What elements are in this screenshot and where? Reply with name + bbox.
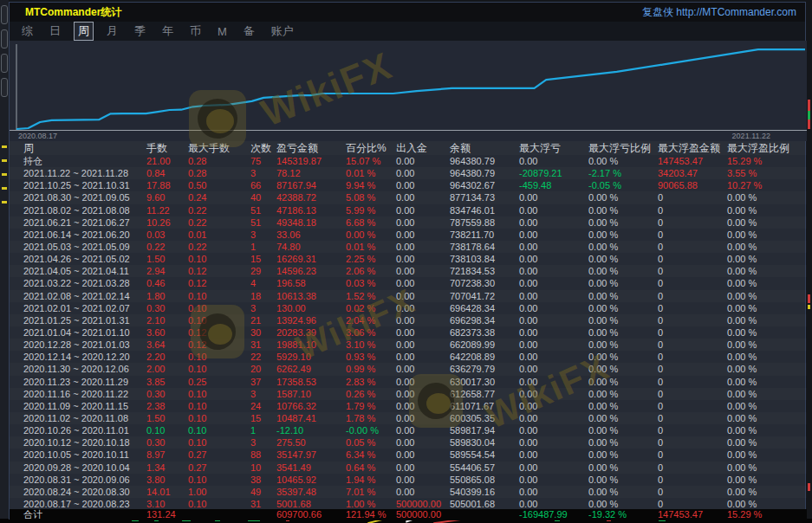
- cell: 1: [250, 424, 276, 436]
- cell: 0.00 %: [588, 474, 658, 486]
- menu-item-M[interactable]: M: [214, 24, 231, 39]
- cell: 0.10: [188, 253, 250, 265]
- table-total-row[interactable]: 合计131.24609700.66121.94 %500000.00-16948…: [10, 509, 807, 520]
- table-row[interactable]: 2020.11.09 ~ 2020.11.152.380.102410766.3…: [10, 400, 807, 412]
- menu-item-年[interactable]: 年: [159, 23, 177, 40]
- table-row[interactable]: 2021.08.02 ~ 2021.08.0811.220.225147186.…: [10, 204, 807, 216]
- cell: 0.00: [519, 400, 588, 412]
- cell: 40: [250, 191, 276, 203]
- table-row[interactable]: 2020.10.05 ~ 2020.10.118.970.278835147.9…: [10, 449, 807, 461]
- brand-link[interactable]: 复盘侠 http://MTCommander.com: [642, 5, 796, 20]
- cell: 0.00: [396, 277, 450, 289]
- table-row[interactable]: 2020.12.14 ~ 2020.12.202.200.10225929.10…: [10, 351, 807, 363]
- cell: 2020.11.23 ~ 2020.11.29: [23, 376, 146, 388]
- table-row[interactable]: 2021.03.22 ~ 2021.03.280.460.124196.580.…: [10, 277, 807, 289]
- cell: 0.00 %: [588, 363, 658, 375]
- cell: 0.00 %: [727, 204, 795, 216]
- table-row[interactable]: 2020.12.28 ~ 2021.01.033.640.123119881.1…: [10, 339, 807, 351]
- cell: 738211.70: [450, 229, 519, 241]
- cell: 3.64: [146, 339, 188, 351]
- table-row[interactable]: 2020.08.31 ~ 2020.09.063.800.103810465.9…: [10, 474, 807, 486]
- cell: 0.00: [396, 290, 450, 302]
- table-row[interactable]: 2021.11.22 ~ 2021.11.280.840.28378.120.0…: [10, 167, 807, 179]
- table-row[interactable]: 2020.11.02 ~ 2020.11.081.500.101510487.4…: [10, 412, 807, 424]
- cell: 0.00 %: [727, 326, 795, 339]
- table-row[interactable]: 2021.05.03 ~ 2021.05.090.220.22174.800.0…: [10, 241, 807, 253]
- table-row[interactable]: 2021.08.30 ~ 2021.09.059.600.244042388.7…: [10, 191, 807, 203]
- cell: 0.22: [188, 216, 250, 229]
- cell: 0.00 %: [727, 339, 795, 351]
- cell: 0.00 %: [727, 498, 795, 510]
- cell: 7.01 %: [346, 486, 396, 498]
- cell: 19881.10: [276, 339, 346, 351]
- menu-item-备[interactable]: 备: [240, 23, 258, 40]
- cell: 0.03 %: [346, 277, 396, 289]
- cell: 0.00 %: [588, 339, 658, 351]
- table-row[interactable]: 2020.11.23 ~ 2020.11.293.850.253717358.5…: [10, 376, 807, 388]
- cell: 2.94: [146, 265, 188, 277]
- cell: 2.00: [146, 363, 188, 375]
- menu-item-日[interactable]: 日: [46, 23, 64, 40]
- cell: 0.00 %: [588, 229, 658, 241]
- cell: 0.00: [396, 241, 450, 253]
- cell: 0.64 %: [346, 462, 396, 474]
- cell: 10766.32: [276, 400, 346, 412]
- table-row[interactable]: 2021.02.08 ~ 2021.02.141.800.101810613.3…: [10, 290, 807, 302]
- table-row[interactable]: 2020.10.12 ~ 2020.10.180.300.103275.500.…: [10, 436, 807, 449]
- menu-item-季[interactable]: 季: [131, 23, 149, 40]
- cell: 0: [658, 302, 727, 314]
- table-row[interactable]: 2021.04.26 ~ 2021.05.021.500.101516269.3…: [10, 253, 807, 265]
- chart-end-date: 2021.11.22: [732, 132, 770, 140]
- cell: 37: [250, 376, 276, 388]
- title-bar: MTCommander统计 复盘侠 http://MTCommander.com: [10, 3, 805, 22]
- cell: 0.00 %: [727, 253, 795, 265]
- table-row[interactable]: 2020.10.26 ~ 2020.11.010.100.101-12.10-0…: [10, 424, 807, 436]
- cell: 3: [250, 167, 276, 179]
- table-row[interactable]: 2021.06.14 ~ 2021.06.200.030.01333.060.0…: [10, 229, 807, 241]
- cell: 0.00 %: [588, 204, 658, 216]
- menu-item-币[interactable]: 币: [186, 23, 205, 40]
- cell: 0.01: [188, 229, 250, 241]
- cell: 16269.31: [276, 253, 346, 265]
- table-row[interactable]: 2021.04.05 ~ 2021.04.112.940.122914596.2…: [10, 265, 807, 277]
- cell: 275.50: [276, 436, 346, 449]
- menu-item-周[interactable]: 周: [74, 22, 94, 41]
- cell: 2021.11.22 ~ 2021.11.28: [23, 167, 146, 179]
- cell: 630017.30: [450, 376, 519, 388]
- menu-item-月[interactable]: 月: [103, 23, 121, 40]
- table-row[interactable]: 2020.11.30 ~ 2020.12.062.000.10206262.49…: [10, 363, 807, 375]
- cell: 0.27: [188, 462, 250, 474]
- table-row[interactable]: 2021.06.21 ~ 2021.06.2710.260.225149348.…: [10, 216, 807, 229]
- cell: 5.08 %: [346, 191, 396, 203]
- cell: 周: [23, 141, 146, 155]
- table-row[interactable]: 2020.08.24 ~ 2020.08.3014.011.004935397.…: [10, 486, 807, 498]
- cell: 87167.94: [276, 179, 346, 191]
- table-row[interactable]: 2021.01.04 ~ 2021.01.103.600.123020283.3…: [10, 326, 807, 339]
- cell: 721834.53: [450, 265, 519, 277]
- cell: 35147.97: [276, 449, 346, 461]
- table-row[interactable]: 持仓21.000.2875145319.8715.07 %0.00964380.…: [10, 155, 807, 167]
- cell: 2020.10.12 ~ 2020.10.18: [23, 436, 146, 449]
- table-row[interactable]: 2020.09.28 ~ 2020.10.041.340.27103541.49…: [10, 462, 807, 474]
- menu-item-账户[interactable]: 账户: [268, 23, 297, 40]
- cell: 0.00 %: [588, 326, 658, 339]
- cell: 0.00 %: [727, 363, 795, 375]
- table-row[interactable]: 2021.02.01 ~ 2021.02.070.300.103130.000.…: [10, 302, 807, 314]
- cell: 2020.11.09 ~ 2020.11.15: [23, 400, 146, 412]
- table-row[interactable]: 2020.08.17 ~ 2020.08.233.100.10315001.68…: [10, 498, 807, 510]
- cell: 49348.18: [276, 216, 346, 229]
- cell: 10.26: [146, 216, 188, 229]
- cell: 2021.04.05 ~ 2021.04.11: [23, 265, 146, 277]
- cell: 1.50: [146, 412, 188, 424]
- cell: 145319.87: [276, 155, 346, 167]
- equity-chart: 2020.08.17 2021.11.22: [10, 41, 807, 141]
- table-row[interactable]: 2021.10.25 ~ 2021.10.3117.880.506687167.…: [10, 179, 807, 191]
- cell: 2020.11.30 ~ 2020.12.06: [23, 363, 146, 375]
- background-toolbar-button: [1, 5, 8, 24]
- table-row[interactable]: 2021.01.25 ~ 2021.01.312.100.102113924.9…: [10, 314, 807, 326]
- cell: 2021.04.26 ~ 2021.05.02: [23, 253, 146, 265]
- background-yellow-mark: [2, 201, 7, 203]
- cell: 0.46: [146, 277, 188, 289]
- table-row[interactable]: 2020.11.16 ~ 2020.11.220.300.1031587.100…: [10, 388, 807, 400]
- menu-item-综[interactable]: 综: [18, 23, 36, 40]
